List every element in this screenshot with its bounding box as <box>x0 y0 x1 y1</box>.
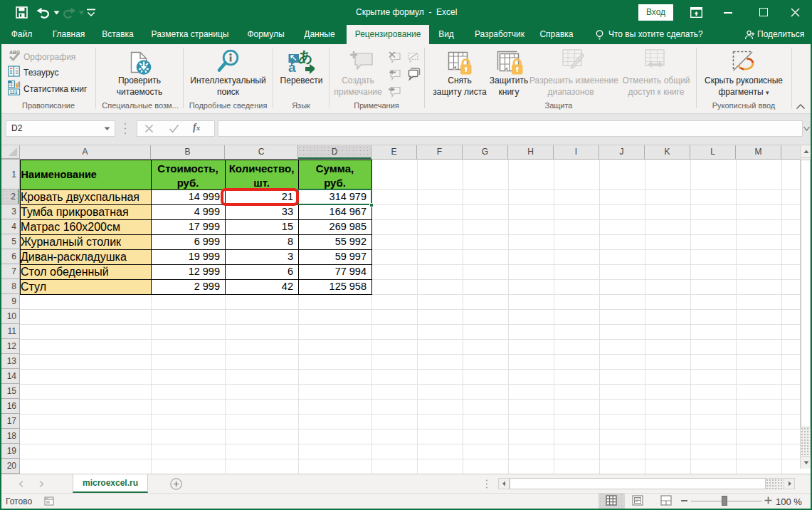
svg-text:あ: あ <box>298 48 312 65</box>
svg-text:123: 123 <box>9 90 17 95</box>
svg-text:a: a <box>288 60 296 75</box>
